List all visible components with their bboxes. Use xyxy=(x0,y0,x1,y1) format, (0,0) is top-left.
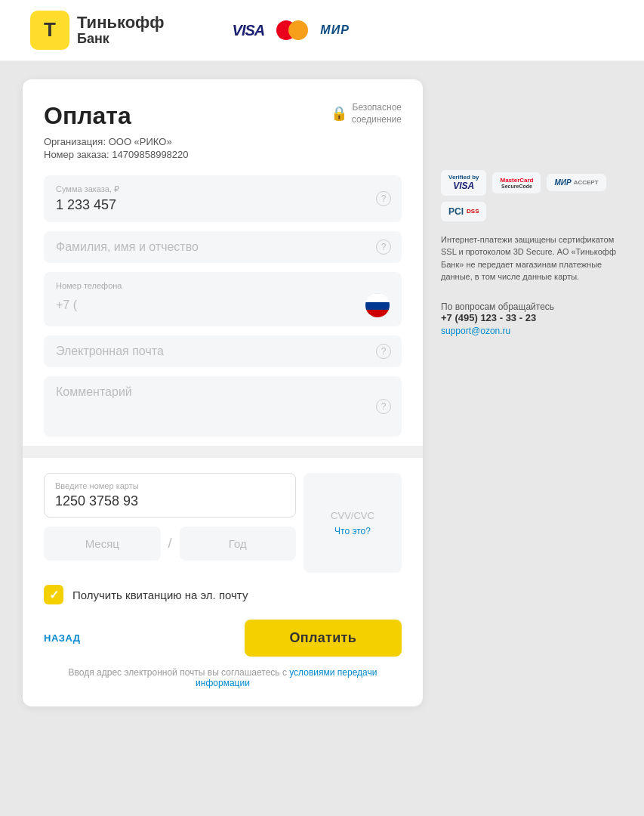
year-input[interactable]: Год xyxy=(180,527,297,561)
card-number-wrapper: Введите номер карты 1250 3758 93 Месяц /… xyxy=(44,473,296,573)
lock-icon: 🔒 xyxy=(331,105,347,122)
mastercard-securecode-badge: MasterCard SecureCode xyxy=(492,172,541,193)
order-info: Номер заказа: 14709858998220 xyxy=(44,149,402,160)
action-row: НАЗАД Оплатить xyxy=(44,620,402,657)
mir-logo: МИР xyxy=(320,23,350,37)
card-number-label: Введите номер карты xyxy=(55,481,285,490)
bank-name-line2: Банк xyxy=(77,32,165,47)
name-placeholder: Фамилия, имя и отчество xyxy=(56,240,390,254)
card-header: Оплата 🔒 Безопасное соединение xyxy=(44,102,402,130)
phone-value: +7 ( xyxy=(56,298,365,312)
header: Т Тинькофф Банк VISA МИР xyxy=(0,0,644,61)
amount-label: Сумма заказа, ₽ xyxy=(56,184,390,194)
comment-help-icon[interactable]: ? xyxy=(376,399,391,414)
payment-method-logos: VISA МИР xyxy=(233,20,350,40)
payment-card: Оплата 🔒 Безопасное соединение Организац… xyxy=(23,79,423,706)
expiry-row: Месяц / Год xyxy=(44,527,296,561)
secure-badge: 🔒 Безопасное соединение xyxy=(331,102,402,125)
russia-flag-icon[interactable] xyxy=(365,293,390,317)
expiry-slash: / xyxy=(168,536,172,552)
comment-placeholder: Комментарий xyxy=(56,385,390,399)
card-number-field[interactable]: Введите номер карты 1250 3758 93 xyxy=(44,473,296,518)
tinkoff-logo-icon: Т xyxy=(30,11,69,50)
cvv-label: CVV/CVC xyxy=(331,510,374,521)
bank-logo: Т Тинькофф Банк xyxy=(30,11,165,50)
phone-label: Номер телефона xyxy=(56,281,390,290)
name-help-icon[interactable]: ? xyxy=(376,240,391,255)
amount-help-icon[interactable]: ? xyxy=(376,191,391,206)
visa-logo: VISA xyxy=(233,22,265,39)
card-number-value: 1250 3758 93 xyxy=(55,493,285,509)
email-help-icon[interactable]: ? xyxy=(376,344,391,359)
mir-accept-badge: МИР ACCEPT xyxy=(547,174,605,191)
pci-dss-badge: PCI DSS xyxy=(441,202,486,221)
right-panel: Verified by VISA MasterCard SecureCode М… xyxy=(423,79,621,337)
terms-text: Вводя адрес электронной почты вы соглаша… xyxy=(44,667,402,688)
verified-by-visa-badge: Verified by VISA xyxy=(441,170,486,196)
support-section: По вопросам обращайтесь +7 (495) 123 - 3… xyxy=(441,295,621,337)
mc-right-circle xyxy=(288,20,308,40)
support-email[interactable]: support@ozon.ru xyxy=(441,326,510,336)
support-phone: +7 (495) 123 - 33 - 23 xyxy=(441,312,621,323)
back-button[interactable]: НАЗАД xyxy=(44,632,81,644)
security-logos: Verified by VISA MasterCard SecureCode М… xyxy=(441,170,621,221)
bank-name-line1: Тинькофф xyxy=(77,14,165,32)
svg-text:Т: Т xyxy=(44,18,56,41)
amount-field[interactable]: Сумма заказа, ₽ 1 233 457 ? xyxy=(44,175,402,222)
receipt-label: Получить квитанцию на эл. почту xyxy=(72,589,248,601)
comment-field[interactable]: Комментарий ? xyxy=(44,376,402,437)
phone-input-row: +7 ( xyxy=(56,293,390,317)
phone-field[interactable]: Номер телефона +7 ( xyxy=(44,272,402,326)
secure-label: Безопасное соединение xyxy=(352,102,402,125)
main-container: Оплата 🔒 Безопасное соединение Организац… xyxy=(0,61,644,725)
month-input[interactable]: Месяц xyxy=(44,527,161,561)
receipt-checkbox[interactable]: ✓ xyxy=(44,585,63,604)
bank-name: Тинькофф Банк xyxy=(77,14,165,47)
pay-button[interactable]: Оплатить xyxy=(245,620,402,657)
amount-value: 1 233 457 xyxy=(56,197,390,213)
receipt-checkbox-row[interactable]: ✓ Получить квитанцию на эл. почту xyxy=(44,582,402,604)
cvv-box[interactable]: CVV/CVC Что это? xyxy=(304,473,402,573)
name-field[interactable]: Фамилия, имя и отчество ? xyxy=(44,231,402,263)
security-info-text: Интернет-платежи защищены сертификатом S… xyxy=(441,233,621,283)
org-info: Организация: ООО «РИКО» xyxy=(44,136,402,147)
mastercard-logo xyxy=(276,20,308,40)
card-inputs-row: Введите номер карты 1250 3758 93 Месяц /… xyxy=(44,473,402,573)
support-label: По вопросам обращайтесь xyxy=(441,301,621,312)
cvv-what-link[interactable]: Что это? xyxy=(334,526,371,536)
page-title: Оплата xyxy=(44,102,131,130)
email-field[interactable]: Электронная почта ? xyxy=(44,335,402,367)
checkmark-icon: ✓ xyxy=(49,588,59,602)
email-placeholder: Электронная почта xyxy=(56,345,390,358)
card-divider xyxy=(23,446,423,458)
card-payment-section: Введите номер карты 1250 3758 93 Месяц /… xyxy=(44,458,402,688)
